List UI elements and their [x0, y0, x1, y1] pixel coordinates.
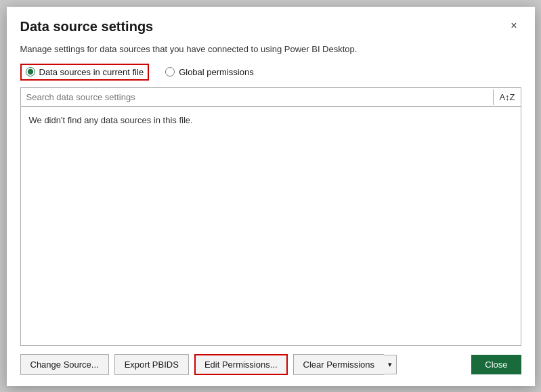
radio-current-file-input[interactable] [26, 67, 35, 77]
change-source-button[interactable]: Change Source... [20, 354, 109, 375]
edit-permissions-button[interactable]: Edit Permissions... [194, 354, 288, 375]
empty-message: We didn't find any data sources in this … [29, 115, 193, 125]
radio-global-permissions-label: Global permissions [179, 67, 254, 77]
clear-permissions-dropdown-button[interactable]: ▾ [384, 355, 397, 374]
sort-button[interactable]: A↕Z [493, 89, 520, 105]
dialog-body: Manage settings for data sources that yo… [7, 41, 535, 346]
radio-group: Data sources in current file Global perm… [20, 64, 521, 81]
radio-global-permissions[interactable]: Global permissions [165, 67, 254, 77]
dialog-footer: Change Source... Export PBIDS Edit Permi… [7, 346, 535, 386]
clear-permissions-button[interactable]: Clear Permissions [293, 354, 384, 375]
sort-icon: A↕Z [499, 92, 515, 102]
search-row: A↕Z [20, 87, 521, 107]
export-pbids-button[interactable]: Export PBIDS [114, 354, 189, 375]
dialog-close-button[interactable]: Close [471, 355, 521, 374]
footer-left-buttons: Change Source... Export PBIDS Edit Permi… [20, 354, 397, 375]
close-icon-button[interactable]: × [506, 19, 521, 32]
radio-global-permissions-input[interactable] [165, 67, 175, 77]
data-source-settings-dialog: Data source settings × Manage settings f… [7, 7, 535, 386]
dialog-subtitle: Manage settings for data sources that yo… [20, 44, 521, 54]
dialog-title: Data source settings [20, 19, 154, 35]
data-sources-list: We didn't find any data sources in this … [20, 107, 521, 346]
clear-permissions-group: Clear Permissions ▾ [293, 354, 397, 375]
search-input[interactable] [21, 88, 494, 106]
radio-current-file[interactable]: Data sources in current file [20, 64, 150, 81]
footer-right-buttons: Close [471, 355, 521, 374]
dialog-header: Data source settings × [7, 7, 535, 41]
radio-current-file-label: Data sources in current file [39, 67, 144, 77]
